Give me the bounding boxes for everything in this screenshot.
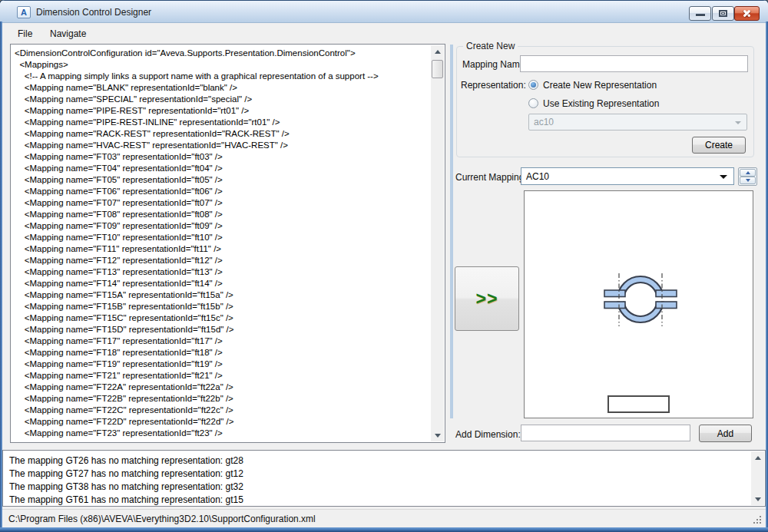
xml-line: <!-- A mapping simply links a support na… <box>15 71 428 82</box>
log-panel[interactable]: The mapping GT26 has no matching represe… <box>2 450 766 507</box>
xml-line: <Mapping name="FT22B" representationId="… <box>15 393 428 405</box>
arrow-up-icon <box>755 456 761 460</box>
radio-use-existing-representation[interactable] <box>528 98 538 108</box>
radio-create-new-representation[interactable] <box>528 80 538 90</box>
minimize-button[interactable] <box>689 6 711 21</box>
mapping-spinner <box>738 167 757 186</box>
dimension-value-box[interactable] <box>607 395 670 413</box>
scroll-up-button[interactable] <box>751 451 764 464</box>
xml-line: <Mapping name="FT22C" representationId="… <box>15 405 428 416</box>
xml-line: <Mapping name="FT15B" representationId="… <box>15 301 428 312</box>
aveva-app-icon: A <box>17 6 31 18</box>
log-message: The mapping GT61 has no matching represe… <box>9 494 748 507</box>
window-frame-bottom <box>0 527 768 532</box>
transfer-button[interactable]: >> <box>455 266 519 331</box>
menu-bar: File Navigate <box>2 24 766 43</box>
group-title: Create New <box>463 41 518 51</box>
xml-line: <Mapping name="SPECIAL" representationId… <box>15 94 428 105</box>
xml-line: <Mapping name="FT17" representationId="f… <box>15 335 428 347</box>
current-mapping-value: AC10 <box>526 171 549 182</box>
menu-navigate[interactable]: Navigate <box>45 27 91 41</box>
radio-create-new-representation-label[interactable]: Create New Representation <box>543 80 657 91</box>
xml-line: <Mapping name="FT22A" representationId="… <box>15 382 428 393</box>
window-frame-left <box>0 21 2 532</box>
window-title: Dimension Control Designer <box>36 7 151 18</box>
restore-icon <box>719 10 727 17</box>
menu-file[interactable]: File <box>13 27 37 41</box>
current-mapping-label: Current Mapping: <box>455 172 527 183</box>
xml-line: <Mapping name="FT15D" representationId="… <box>15 324 428 335</box>
xml-line: <Mapping name="FT09" representationId="f… <box>15 220 428 232</box>
scroll-down-button[interactable] <box>751 493 764 505</box>
scroll-down-button[interactable] <box>431 429 444 441</box>
xml-line: <Mapping name="FT04" representationId="f… <box>15 163 428 174</box>
xml-line: <Mapping name="FT23" representationId="f… <box>15 428 428 439</box>
xml-line: <Mapping name="FT18" representationId="f… <box>15 347 428 359</box>
log-scrollbar[interactable] <box>751 451 764 505</box>
current-mapping-select[interactable]: AC10 <box>521 167 734 185</box>
xml-line: <Mapping name="FT13" representationId="f… <box>15 266 428 278</box>
pane-splitter[interactable] <box>450 45 453 418</box>
close-icon <box>742 8 752 18</box>
mapping-name-label: Mapping Name: <box>462 59 528 70</box>
xml-line: <Mapping name="PIPE-REST" representation… <box>15 105 428 117</box>
xml-text: <DimensionControlConfiguration id="Aveva… <box>15 48 428 441</box>
xml-line: <Mapping name="FT22D" representationId="… <box>15 416 428 428</box>
xml-line: <Mapping name="RACK-REST" representation… <box>15 128 428 140</box>
title-bar[interactable]: A Dimension Control Designer <box>0 0 768 23</box>
spin-down-button[interactable] <box>740 177 756 184</box>
log-messages: The mapping GT26 has no matching represe… <box>9 454 748 507</box>
radio-use-existing-representation-label[interactable]: Use Existing Representation <box>543 98 659 109</box>
log-message: The mapping GT27 has no matching represe… <box>9 468 748 481</box>
xml-line: <Mapping name="FT11" representationId="f… <box>15 243 428 255</box>
xml-line: <Mapping name="FT07" representationId="f… <box>15 197 428 209</box>
resize-grip[interactable] <box>760 522 761 524</box>
xml-line: <Mapping name="FT12" representationId="f… <box>15 255 428 266</box>
mapping-name-input[interactable] <box>520 55 748 72</box>
app-window: A Dimension Control Designer File Naviga… <box>0 0 768 532</box>
xml-line: <Mapping name="FT06" representationId="f… <box>15 186 428 197</box>
arrow-up-icon <box>435 50 441 54</box>
xml-line: <DimensionControlConfiguration id="Aveva… <box>15 48 428 59</box>
scrollbar-thumb[interactable] <box>432 60 443 78</box>
xml-config-editor[interactable]: <DimensionControlConfiguration id="Aveva… <box>10 44 445 443</box>
log-message: The mapping GT26 has no matching represe… <box>9 454 748 468</box>
representation-canvas[interactable] <box>524 190 753 418</box>
create-button[interactable]: Create <box>692 137 746 154</box>
scroll-up-button[interactable] <box>431 45 444 58</box>
xml-line: <Mapping name="FT05" representationId="f… <box>15 174 428 186</box>
add-button[interactable]: Add <box>699 425 752 442</box>
minimize-icon <box>696 14 705 16</box>
chevron-down-icon <box>720 175 727 179</box>
close-button[interactable] <box>734 6 760 21</box>
xml-line: <Mapping name="FT10" representationId="f… <box>15 232 428 243</box>
existing-representation-select: ac10 <box>528 114 747 131</box>
arrow-down-icon <box>755 497 761 501</box>
existing-representation-value: ac10 <box>534 117 554 127</box>
add-dimension-label: Add Dimension: <box>455 429 521 440</box>
xml-line: <Mapping name="FT14" representationId="f… <box>15 278 428 289</box>
maximize-button[interactable] <box>712 6 734 21</box>
xml-line: <Mapping name="PIPE-REST-INLINE" represe… <box>15 117 428 128</box>
arrow-down-icon <box>435 434 441 438</box>
arrow-down-icon <box>746 179 750 182</box>
xml-line: <Mapping name="FT21" representationId="f… <box>15 370 428 382</box>
xml-line: <Mapping name="FT08" representationId="f… <box>15 209 428 220</box>
status-bar: C:\Program Files (x86)\AVEVA\Everything3… <box>2 509 766 527</box>
config-file-path: C:\Program Files (x86)\AVEVA\Everything3… <box>8 514 316 524</box>
xml-line: <Mapping name="FT15A" representationId="… <box>15 289 428 301</box>
xml-scrollbar[interactable] <box>431 45 444 441</box>
xml-line: <Mapping name="HVAC-REST" representation… <box>15 140 428 151</box>
add-dimension-input[interactable] <box>521 425 690 441</box>
xml-line: <Mapping name="BLANK" representationId="… <box>15 82 428 94</box>
spin-up-button[interactable] <box>740 169 756 177</box>
xml-line: <Mappings> <box>15 59 428 71</box>
xml-line: <Mapping name="FT19" representationId="f… <box>15 359 428 370</box>
pipe-clamp-graphic <box>525 191 754 419</box>
xml-line: <Mapping name="FT15C" representationId="… <box>15 312 428 324</box>
log-message: The mapping GT38 has no matching represe… <box>9 481 748 494</box>
chevron-down-icon <box>735 121 741 124</box>
xml-line: <Mapping name="FT03" representationId="f… <box>15 151 428 163</box>
arrow-up-icon <box>746 171 750 174</box>
representation-label: Representation: <box>461 80 526 91</box>
